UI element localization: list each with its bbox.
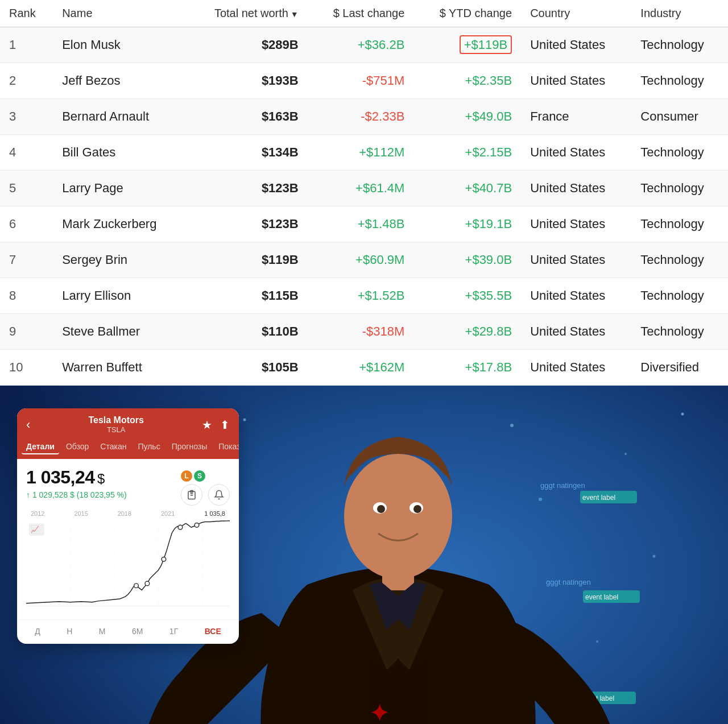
svg-point-35 — [413, 505, 421, 513]
table-row: 7Sergey Brin$119B+$60.9M+$39.0BUnited St… — [0, 242, 728, 278]
price-value: 1 035,24 — [26, 467, 95, 487]
cell-rank: 4 — [0, 135, 53, 171]
chart-area: 2012 2015 2018 2021 1 035,8 — [26, 506, 230, 619]
l-badge: L — [181, 470, 192, 482]
cell-net-worth: $123B — [187, 206, 308, 242]
time-tab-1y[interactable]: 1Г — [166, 626, 181, 637]
cell-rank: 9 — [0, 314, 53, 350]
svg-point-50 — [178, 525, 183, 529]
price-change: ↑ 1 029,528 $ (18 023,95 %) — [26, 490, 127, 499]
tab-pulse[interactable]: Пульс — [133, 440, 164, 454]
svg-point-51 — [195, 523, 199, 527]
price-display: 1 035,24 $ — [26, 467, 127, 488]
stock-card-header: ‹ Tesla Motors TSLA ★ ⬆ — [17, 408, 239, 440]
svg-text:📈: 📈 — [31, 526, 39, 533]
bell-icon-btn[interactable] — [208, 484, 230, 506]
cell-country: United States — [521, 27, 631, 63]
table-row: 1Elon Musk$289B+$36.2B+$119BUnited State… — [0, 27, 728, 63]
bell-icon — [214, 490, 224, 500]
tab-overview[interactable]: Обзор — [61, 440, 93, 454]
year-2021: 2021 — [161, 510, 175, 517]
svg-point-48 — [145, 581, 150, 586]
col-ytd-change: $ YTD change — [413, 0, 521, 27]
cell-industry: Technology — [631, 242, 728, 278]
right-controls: L S — [181, 467, 230, 506]
cell-rank: 2 — [0, 63, 53, 99]
cell-name: Jeff Bezos — [53, 63, 187, 99]
cell-last-change: -$751M — [308, 63, 414, 99]
cell-net-worth: $163B — [187, 99, 308, 135]
svg-point-31 — [344, 454, 452, 579]
cell-name: Mark Zuckerberg — [53, 206, 187, 242]
clipboard-icon-btn[interactable] — [181, 484, 202, 506]
cell-net-worth: $110B — [187, 314, 308, 350]
col-net-worth[interactable]: Total net worth — [187, 0, 308, 27]
svg-text:gggt natingen: gggt natingen — [540, 481, 585, 490]
image-section: gggt natingen gggt natingen gggt natinge… — [0, 386, 728, 724]
svg-point-49 — [162, 557, 166, 561]
tab-details[interactable]: Детали — [22, 440, 59, 454]
cell-industry: Technology — [631, 171, 728, 206]
cell-net-worth: $289B — [187, 27, 308, 63]
time-tab-n[interactable]: Н — [63, 626, 76, 637]
tab-forecasts[interactable]: Прогнозы — [167, 440, 212, 454]
back-button[interactable]: ‹ — [26, 417, 30, 432]
table-row: 5Larry Page$123B+$61.4M+$40.7BUnited Sta… — [0, 171, 728, 206]
cell-industry: Consumer — [631, 99, 728, 135]
cell-name: Warren Buffett — [53, 350, 187, 386]
tab-indicators[interactable]: Показат — [214, 440, 239, 454]
year-2012: 2012 — [31, 510, 44, 517]
svg-text:event label: event label — [585, 593, 618, 601]
action-icons — [181, 484, 230, 506]
stock-title-block: Tesla Motors TSLA — [30, 415, 202, 434]
share-icon[interactable]: ⬆ — [220, 418, 230, 432]
svg-text:event label: event label — [582, 494, 615, 502]
cell-last-change: +$36.2B — [308, 27, 414, 63]
table-header-row: Rank Name Total net worth $ Last change … — [0, 0, 728, 27]
cell-industry: Technology — [631, 314, 728, 350]
cell-last-change: -$318M — [308, 314, 414, 350]
time-tab-m[interactable]: М — [96, 626, 109, 637]
cell-last-change: +$61.4M — [308, 171, 414, 206]
cell-ytd-change: +$49.0B — [413, 99, 521, 135]
time-tab-all[interactable]: ВСЕ — [201, 626, 225, 637]
cell-industry: Technology — [631, 206, 728, 242]
table-body: 1Elon Musk$289B+$36.2B+$119BUnited State… — [0, 27, 728, 386]
cell-ytd-change: +$40.7B — [413, 171, 521, 206]
tab-glass[interactable]: Стакан — [96, 440, 131, 454]
col-rank: Rank — [0, 0, 53, 27]
col-name: Name — [53, 0, 187, 27]
cell-country: United States — [521, 171, 631, 206]
change-pct: (18 023,95 %) — [77, 490, 127, 499]
svg-point-47 — [134, 584, 139, 588]
stock-chart-svg: 📈 — [26, 519, 230, 610]
cell-rank: 7 — [0, 242, 53, 278]
cell-country: France — [521, 99, 631, 135]
cell-last-change: -$2.33B — [308, 99, 414, 135]
col-country: Country — [521, 0, 631, 27]
cell-last-change: +$162M — [308, 350, 414, 386]
time-tab-d[interactable]: Д — [31, 626, 43, 637]
cell-name: Larry Page — [53, 171, 187, 206]
stock-card-tabs: Детали Обзор Стакан Пульс Прогнозы Показ… — [17, 440, 239, 459]
star-icon[interactable]: ★ — [202, 418, 212, 432]
cell-net-worth: $115B — [187, 278, 308, 314]
table-row: 10Warren Buffett$105B+$162M+$17.8BUnited… — [0, 350, 728, 386]
cell-rank: 5 — [0, 171, 53, 206]
cell-country: United States — [521, 314, 631, 350]
cell-country: United States — [521, 278, 631, 314]
table-row: 9Steve Ballmer$110B-$318M+$29.8BUnited S… — [0, 314, 728, 350]
company-name: Tesla Motors — [30, 415, 202, 425]
time-tab-6m[interactable]: 6М — [129, 626, 146, 637]
clipboard-icon — [187, 490, 197, 500]
time-range-tabs: Д Н М 6М 1Г ВСЕ — [17, 619, 239, 644]
svg-point-34 — [377, 505, 385, 513]
cell-net-worth: $123B — [187, 171, 308, 206]
cell-net-worth: $193B — [187, 63, 308, 99]
cell-rank: 6 — [0, 206, 53, 242]
cell-ytd-change: +$39.0B — [413, 242, 521, 278]
billionaires-table: Rank Name Total net worth $ Last change … — [0, 0, 728, 386]
cell-rank: 8 — [0, 278, 53, 314]
table-row: 4Bill Gates$134B+$112M+$2.15BUnited Stat… — [0, 135, 728, 171]
cell-rank: 1 — [0, 27, 53, 63]
